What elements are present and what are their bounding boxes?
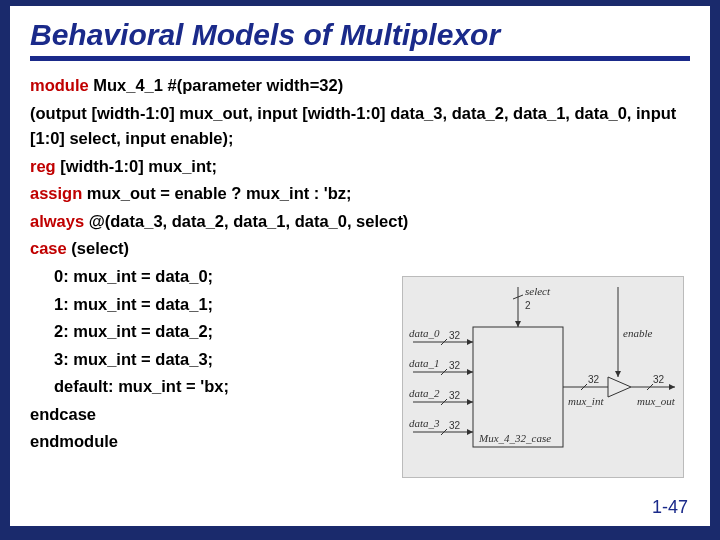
code-line: case (select) [30, 236, 690, 262]
code-line: reg [width-1:0] mux_int; [30, 154, 690, 180]
diagram-enable-label: enable [623, 327, 652, 339]
svg-marker-15 [467, 399, 473, 405]
slide-title: Behavioral Models of Multiplexor [30, 18, 690, 52]
code-line: module Mux_4_1 #(parameter width=32) [30, 73, 690, 99]
svg-marker-5 [467, 339, 473, 345]
svg-text:32: 32 [653, 374, 665, 385]
diagram-muxint-label: mux_int [568, 395, 604, 407]
svg-rect-3 [473, 327, 563, 447]
mux-diagram: select 2 Mux_4_32_case data_0 32 data_1 … [402, 276, 684, 478]
diagram-muxout-label: mux_out [637, 395, 676, 407]
code-text: mux_out = enable ? mux_int : 'bz; [82, 184, 351, 202]
svg-text:32: 32 [449, 330, 461, 341]
svg-text:32: 32 [449, 360, 461, 371]
svg-text:data_3: data_3 [409, 417, 440, 429]
svg-marker-29 [608, 377, 631, 397]
svg-text:data_1: data_1 [409, 357, 440, 369]
diagram-input-1: data_1 32 [409, 357, 473, 375]
title-rule [30, 56, 690, 61]
code-text: (select) [67, 239, 129, 257]
svg-marker-1 [515, 321, 521, 327]
diagram-sel-width: 2 [525, 300, 531, 311]
svg-text:data_0: data_0 [409, 327, 440, 339]
keyword-module: module [30, 76, 89, 94]
keyword-case: case [30, 239, 67, 257]
svg-marker-25 [615, 371, 621, 377]
svg-text:data_2: data_2 [409, 387, 440, 399]
svg-text:32: 32 [449, 420, 461, 431]
diagram-input-0: data_0 32 [409, 327, 473, 345]
keyword-reg: reg [30, 157, 56, 175]
svg-marker-10 [467, 369, 473, 375]
svg-marker-20 [467, 429, 473, 435]
diagram-select-label: select [525, 285, 551, 297]
diagram-input-3: data_3 32 [409, 417, 473, 435]
page-number: 1-47 [652, 497, 688, 518]
diagram-block-name: Mux_4_32_case [478, 432, 551, 444]
diagram-input-2: data_2 32 [409, 387, 473, 405]
keyword-always: always [30, 212, 84, 230]
slide: Behavioral Models of Multiplexor module … [10, 6, 710, 526]
keyword-assign: assign [30, 184, 82, 202]
svg-marker-31 [669, 384, 675, 390]
code-line: (output [width-1:0] mux_out, input [widt… [30, 101, 690, 152]
svg-text:32: 32 [588, 374, 600, 385]
code-text: Mux_4_1 #(parameter width=32) [89, 76, 343, 94]
code-line: always @(data_3, data_2, data_1, data_0,… [30, 209, 690, 235]
svg-text:32: 32 [449, 390, 461, 401]
code-text: @(data_3, data_2, data_1, data_0, select… [84, 212, 408, 230]
code-line: assign mux_out = enable ? mux_int : 'bz; [30, 181, 690, 207]
code-text: [width-1:0] mux_int; [56, 157, 217, 175]
